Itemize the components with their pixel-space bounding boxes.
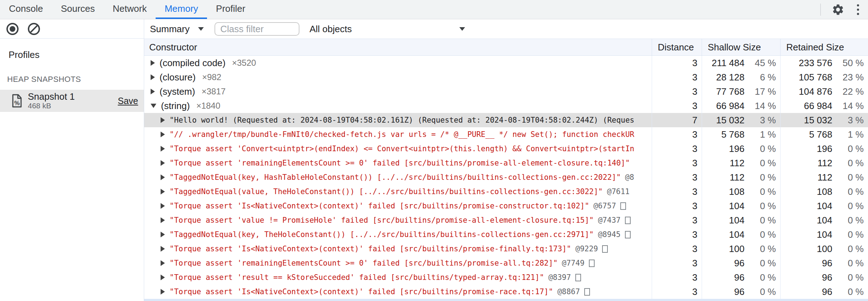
constructor-cell: "Hello world! (Requested at: 2024-08-19T… <box>144 113 652 127</box>
column-header-shallow-size[interactable]: Shallow Size <box>702 39 780 55</box>
gear-icon <box>832 3 844 16</box>
class-filter-input[interactable] <box>215 22 299 36</box>
shallow-size-percent: 0 % <box>745 215 776 226</box>
table-row[interactable]: "TaggedNotEqual(key, TheHoleConstant()) … <box>144 227 868 242</box>
clear-profiles-button[interactable] <box>28 23 40 35</box>
retained-size-percent: 1 % <box>832 129 864 140</box>
retained-size-percent: 0 % <box>832 272 864 283</box>
shallow-size-value: 104 <box>729 201 745 212</box>
table-row[interactable]: "// .wrangler/tmp/bundle-FmNIt0/checked-… <box>144 127 868 142</box>
tab-label: Profiler <box>216 3 245 14</box>
grid-header: Constructor Distance Shallow Size Retain… <box>144 39 868 56</box>
table-row[interactable]: (closure) ×982 3 28 128 6 % 105 768 23 % <box>144 70 868 84</box>
shallow-size-cell: 108 0 % <box>702 184 780 199</box>
retained-size-cell: 112 0 % <box>780 170 868 184</box>
perspective-select-value: Summary <box>150 24 190 35</box>
perspective-select[interactable]: Summary <box>150 24 204 35</box>
retained-size-cell: 104 0 % <box>780 199 868 213</box>
retained-size-percent: 3 % <box>832 115 864 126</box>
constructor-cell: (system) ×3817 <box>144 84 652 99</box>
object-marker-icon <box>625 231 631 238</box>
snapshot-text: Snapshot 1 468 kB <box>28 92 75 110</box>
grid-bottom-strip <box>144 299 868 301</box>
disclosure-triangle-icon[interactable] <box>161 117 165 123</box>
table-row[interactable]: "Torque assert 'Is<NativeContext>(contex… <box>144 199 868 213</box>
disclosure-triangle-icon[interactable] <box>161 275 165 280</box>
shallow-size-value: 96 <box>734 286 745 297</box>
disclosure-triangle-icon[interactable] <box>151 60 155 66</box>
sidebar-item-snapshot-1[interactable]: % Snapshot 1 468 kB Save <box>0 90 144 112</box>
table-row[interactable]: "Torque assert 'result == kStoreSucceded… <box>144 270 868 285</box>
disclosure-triangle-icon[interactable] <box>161 217 165 223</box>
table-row[interactable]: (system) ×3817 3 77 768 17 % 104 876 22 … <box>144 84 868 99</box>
tab-label: Memory <box>165 3 198 14</box>
disclosure-triangle-icon[interactable] <box>151 104 156 108</box>
constructor-name: "TaggedNotEqual(key, TheHoleConstant()) … <box>170 230 594 239</box>
retained-size-cell: 196 0 % <box>780 142 868 156</box>
object-id: @6757 <box>594 202 616 210</box>
settings-button[interactable] <box>828 0 848 19</box>
shallow-size-percent: 0 % <box>745 286 776 297</box>
devtools-tabbar: Console Sources Network Memory Profiler <box>0 0 868 19</box>
tab-profiler[interactable]: Profiler <box>207 0 254 19</box>
object-marker-icon <box>589 260 595 267</box>
heap-snapshots-section-title: HEAP SNAPSHOTS <box>7 75 144 84</box>
tab-label: Network <box>113 3 147 14</box>
retained-size-cell: 15 032 3 % <box>780 113 868 127</box>
shallow-size-percent: 6 % <box>745 72 776 83</box>
disclosure-triangle-icon[interactable] <box>161 246 165 252</box>
tab-sources[interactable]: Sources <box>52 0 104 19</box>
constructor-cell: "Torque assert 'Is<NativeContext>(contex… <box>144 285 652 299</box>
table-row[interactable]: "TaggedNotEqual(key, HashTableHoleConsta… <box>144 170 868 184</box>
disclosure-triangle-icon[interactable] <box>161 203 165 209</box>
table-row[interactable]: "Torque assert 'Is<NativeContext>(contex… <box>144 285 868 299</box>
table-row[interactable]: (string) ×1840 3 66 984 14 % 66 984 14 % <box>144 99 868 113</box>
table-row[interactable]: "Hello world! (Requested at: 2024-08-19T… <box>144 113 868 127</box>
tab-network[interactable]: Network <box>104 0 156 19</box>
objects-filter-select[interactable]: All objects <box>309 24 465 35</box>
heap-snapshot-view: Summary All objects Constructor Distance… <box>144 19 868 301</box>
table-row[interactable]: "Torque assert 'remainingElementsCount >… <box>144 156 868 170</box>
retained-size-percent: 0 % <box>832 243 864 255</box>
tab-memory[interactable]: Memory <box>156 0 207 19</box>
table-row[interactable]: "Torque assert 'remainingElementsCount >… <box>144 256 868 270</box>
constructor-name: "Torque assert 'Is<NativeContext>(contex… <box>170 202 589 210</box>
disclosure-triangle-icon[interactable] <box>151 74 155 80</box>
distance-cell: 3 <box>652 127 702 142</box>
tab-console[interactable]: Console <box>0 0 52 19</box>
column-header-constructor[interactable]: Constructor <box>144 39 652 55</box>
save-snapshot-link[interactable]: Save <box>118 96 138 106</box>
table-row[interactable]: "TaggedNotEqual(value, TheHoleConstant()… <box>144 184 868 199</box>
constructor-cell: "Torque assert 'remainingElementsCount >… <box>144 256 652 270</box>
constructor-cell: "TaggedNotEqual(key, HashTableHoleConsta… <box>144 170 652 184</box>
record-heap-snapshot-button[interactable] <box>6 23 19 35</box>
table-row[interactable]: "Torque assert 'Convert<uintptr>(endInde… <box>144 142 868 156</box>
shallow-size-value: 112 <box>730 158 745 169</box>
column-header-distance[interactable]: Distance <box>652 39 702 55</box>
table-row[interactable]: (compiled code) ×3520 3 211 484 45 % 233… <box>144 56 868 70</box>
kebab-menu-icon <box>857 4 859 15</box>
more-options-button[interactable] <box>848 0 868 19</box>
retained-size-percent: 0 % <box>832 229 864 240</box>
disclosure-triangle-icon[interactable] <box>161 160 165 166</box>
disclosure-triangle-icon[interactable] <box>151 89 155 94</box>
retained-size-value: 100 <box>817 243 832 255</box>
column-header-retained-size[interactable]: Retained Size <box>780 39 868 55</box>
constructor-name: "Torque assert 'value != PromiseHole' fa… <box>170 216 594 224</box>
disclosure-triangle-icon[interactable] <box>161 189 165 194</box>
disclosure-triangle-icon[interactable] <box>161 132 165 137</box>
disclosure-triangle-icon[interactable] <box>161 146 165 152</box>
constructor-cell: "Torque assert 'Is<NativeContext>(contex… <box>144 242 652 256</box>
tab-label: Sources <box>61 3 95 14</box>
table-row[interactable]: "Torque assert 'Is<NativeContext>(contex… <box>144 242 868 256</box>
table-row[interactable]: "Torque assert 'value != PromiseHole' fa… <box>144 213 868 227</box>
disclosure-triangle-icon[interactable] <box>161 289 165 295</box>
constructor-cell: (compiled code) ×3520 <box>144 56 652 70</box>
disclosure-triangle-icon[interactable] <box>161 260 165 266</box>
disclosure-triangle-icon[interactable] <box>161 232 165 237</box>
retained-size-value: 96 <box>822 286 832 297</box>
disclosure-triangle-icon[interactable] <box>161 174 165 180</box>
shallow-size-percent: 0 % <box>745 201 776 212</box>
snapshot-size: 468 kB <box>28 102 75 110</box>
shallow-size-value: 100 <box>729 243 745 255</box>
